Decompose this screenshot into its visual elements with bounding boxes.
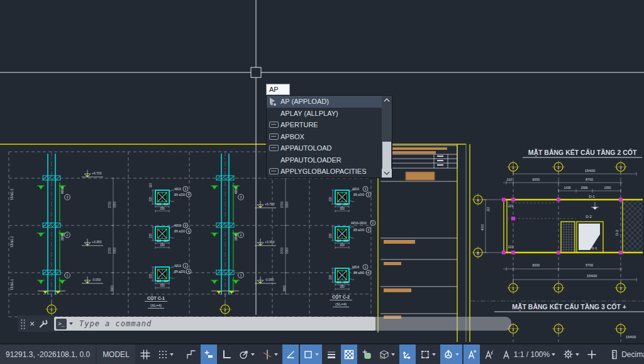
grid-display-button[interactable] — [137, 344, 153, 364]
command-line-dock[interactable]: × — [18, 316, 57, 332]
svg-text:5: 5 — [368, 193, 370, 196]
svg-text:3300: 3300 — [113, 247, 116, 254]
scrollbar-thumb[interactable] — [382, 142, 391, 169]
object-snap-tracking-button[interactable] — [282, 344, 299, 364]
svg-text:330: 330 — [160, 207, 165, 210]
coordinates-display[interactable]: 91291.3, -2026108.1, 0.0 — [0, 344, 96, 364]
svg-text:110: 110 — [336, 281, 341, 284]
annotation-visibility-button[interactable] — [464, 344, 480, 364]
svg-text:2Ø18: 2Ø18 — [61, 233, 64, 241]
grid-icon — [140, 350, 150, 360]
infer-constraints-icon — [186, 350, 196, 360]
drag-grip-icon[interactable] — [20, 319, 26, 329]
polar-tracking-button[interactable] — [236, 344, 258, 364]
svg-text:D-1: D-1 — [589, 195, 595, 198]
polar-tracking-icon — [239, 350, 249, 360]
svg-text:2: 2 — [67, 233, 69, 237]
svg-text:+6.700: +6.700 — [92, 171, 102, 175]
dynamic-input-button[interactable] — [201, 344, 217, 364]
command-type-icon — [269, 156, 280, 164]
command-prompt-icon[interactable]: >_ — [56, 319, 67, 329]
svg-text:110: 110 — [157, 239, 162, 242]
svg-text:3900: 3900 — [111, 285, 114, 292]
command-input[interactable]: >_ Type a command — [54, 317, 375, 331]
svg-text:CỘT C-1: CỘT C-1 — [147, 295, 165, 300]
svg-text:1: 1 — [240, 273, 242, 277]
svg-text:15400: 15400 — [585, 169, 596, 173]
object-snap-button[interactable] — [300, 344, 322, 364]
svg-text:1: 1 — [365, 266, 367, 269]
workspace-switching-button[interactable] — [560, 344, 582, 364]
svg-text:8700: 8700 — [586, 178, 593, 181]
units-label: Decimal — [621, 350, 644, 359]
autocomplete-item[interactable]: APPAUTOLOADER — [267, 154, 392, 166]
svg-text:15400: 15400 — [587, 274, 597, 278]
command-type-icon — [269, 121, 280, 128]
svg-text:+3.350: +3.350 — [92, 240, 102, 244]
svg-text:TẦNG 1: TẦNG 1 — [10, 279, 14, 290]
gear-icon — [563, 349, 574, 360]
plus-icon — [587, 350, 597, 360]
pickbox — [251, 67, 261, 77]
snap-mode-button[interactable] — [155, 344, 177, 364]
scroll-down-icon[interactable] — [382, 169, 392, 178]
gizmo-icon — [443, 350, 453, 360]
svg-text:4000: 4000 — [481, 224, 484, 230]
svg-text:4Ø16: 4Ø16 — [61, 186, 64, 194]
selection-cycling-button[interactable] — [358, 344, 375, 364]
3d-object-snap-button[interactable] — [376, 344, 398, 364]
svg-text:220: 220 — [329, 233, 332, 238]
isometric-drafting-button[interactable] — [259, 344, 281, 364]
svg-text:D-1: D-1 — [592, 246, 597, 250]
selection-cycling-icon — [362, 350, 372, 360]
ortho-mode-button[interactable] — [218, 344, 235, 364]
svg-text:MẶT BẰNG KẾT CẤU TẦNG 2 CỐT: MẶT BẰNG KẾT CẤU TẦNG 2 CỐT — [528, 148, 637, 157]
command-typed-text[interactable]: AP — [266, 84, 290, 95]
autocomplete-item[interactable]: APPLYGLOBALOPACITIES — [267, 166, 392, 178]
svg-text:1: 1 — [67, 273, 69, 277]
recent-commands-caret-icon[interactable] — [69, 322, 73, 325]
right-sheet-drawing: MẶT BẰNG KẾT CẤU TẦNG 2 CỐT 1 2 3 A B 40… — [470, 144, 644, 342]
svg-text:Ø6 a200: Ø6 a200 — [174, 193, 186, 196]
annotation-autoscale-button[interactable] — [481, 344, 497, 364]
plus-button[interactable] — [584, 344, 600, 364]
transparency-button[interactable] — [341, 344, 357, 364]
infer-constraints-button[interactable] — [183, 344, 199, 364]
caret-down-icon — [170, 353, 174, 356]
autocomplete-scrollbar[interactable] — [382, 96, 392, 178]
caret-down-icon — [315, 353, 319, 356]
cube-icon — [379, 350, 389, 360]
svg-text:-0.050: -0.050 — [92, 278, 101, 282]
transparency-icon — [344, 350, 354, 360]
gizmo-button[interactable] — [440, 344, 462, 364]
svg-text:B: B — [477, 251, 479, 255]
annotation-scale-icon — [502, 350, 512, 360]
svg-text:1: 1 — [185, 264, 187, 268]
svg-text:110: 110 — [157, 280, 162, 283]
svg-text:330: 330 — [160, 284, 165, 287]
svg-text:1435: 1435 — [564, 186, 570, 190]
customize-wrench-icon[interactable] — [38, 319, 48, 329]
svg-text:4Ø16: 4Ø16 — [352, 188, 360, 191]
command-autocomplete-list: AP (APPLOAD) APLAY (ALLPLAY) APERTURE AP… — [266, 95, 392, 178]
svg-text:3: 3 — [240, 195, 242, 199]
svg-text:110: 110 — [149, 183, 152, 188]
svg-text:110: 110 — [157, 203, 162, 206]
svg-text:110: 110 — [164, 280, 169, 283]
autocomplete-item[interactable]: APLAY (ALLPLAY) — [267, 108, 392, 120]
command-type-icon — [269, 133, 280, 140]
lineweight-display-button[interactable] — [323, 344, 340, 364]
autocomplete-item[interactable]: APBOX — [267, 131, 392, 143]
autocomplete-item[interactable]: AP (APPLOAD) — [267, 96, 392, 108]
dynamic-ucs-button[interactable] — [399, 344, 416, 364]
autocomplete-item[interactable]: APERTURE — [267, 119, 392, 131]
svg-text:3: 3 — [67, 195, 69, 199]
svg-text:110: 110 — [164, 239, 169, 242]
selection-filtering-button[interactable] — [417, 344, 439, 364]
model-space-button[interactable]: MODEL — [97, 344, 135, 364]
scroll-up-icon[interactable] — [382, 96, 392, 105]
units-button[interactable]: Decimal — [606, 344, 644, 364]
close-icon[interactable]: × — [30, 319, 35, 328]
annotation-scale-button[interactable]: 1:1 / 100% — [499, 344, 558, 364]
autocomplete-item[interactable]: APPAUTOLOAD — [267, 142, 392, 154]
